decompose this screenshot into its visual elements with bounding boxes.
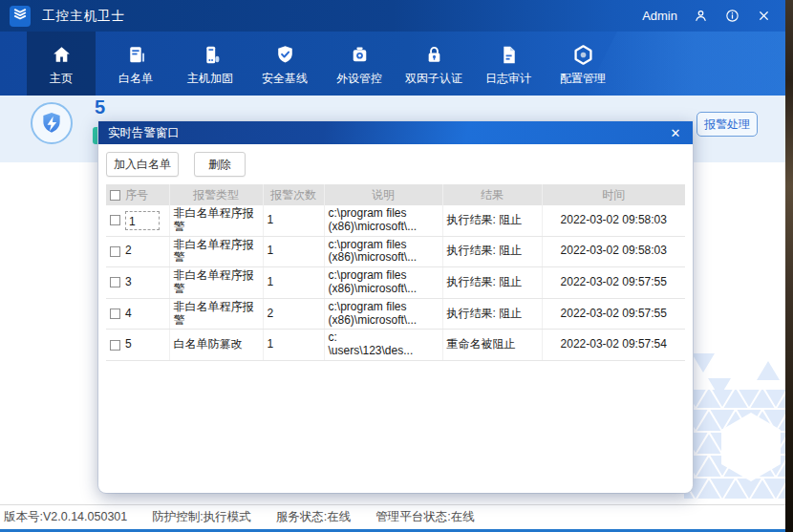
modal-title: 实时告警窗口 xyxy=(108,125,668,141)
count-cell: 1 xyxy=(263,236,324,267)
service-status-label: 服务状态:在线 xyxy=(276,509,351,525)
log-audit-icon xyxy=(497,40,521,67)
type-cell: 非白名单程序报警 xyxy=(169,236,263,267)
row-checkbox[interactable] xyxy=(110,340,120,351)
nav-item-config-management[interactable]: 配置管理 xyxy=(548,32,617,96)
seq-cell: 4 xyxy=(125,307,132,320)
nav-bar: 主页 白名单 xyxy=(0,32,785,96)
version-label: 版本号:V2.0.14.050301 xyxy=(4,509,127,525)
col-header-desc: 说明 xyxy=(324,184,442,205)
select-all-checkbox[interactable] xyxy=(110,190,120,201)
table-row[interactable]: 3 非白名单程序报警 1 c:\program files (x86)\micr… xyxy=(106,267,685,299)
nav-item-security-baseline[interactable]: 安全基线 xyxy=(250,32,319,96)
app-title: 工控主机卫士 xyxy=(42,8,125,25)
app-logo xyxy=(10,6,31,27)
nav-item-label: 日志审计 xyxy=(485,71,531,87)
col-header-count: 报警次数 xyxy=(263,184,324,205)
alert-table-header-row: 序号 报警类型 报警次数 说明 结果 时间 xyxy=(106,184,685,205)
time-cell: 2022-03-02 09:57:55 xyxy=(542,298,685,330)
alert-count: 5 xyxy=(95,96,105,118)
titlebar: 工控主机卫士 Admin xyxy=(0,0,785,32)
count-cell: 1 xyxy=(263,205,324,236)
type-cell: 非白名单程序报警 xyxy=(169,205,263,236)
row-checkbox[interactable] xyxy=(110,215,120,225)
col-header-result: 结果 xyxy=(442,184,542,205)
type-cell: 非白名单程序报警 xyxy=(169,298,263,330)
nav-item-label: 双因子认证 xyxy=(405,71,462,87)
table-row[interactable]: 2 非白名单程序报警 1 c:\program files (x86)\micr… xyxy=(106,236,685,267)
table-row[interactable]: 1 非白名单程序报警 1 c:\program files (x86)\micr… xyxy=(106,205,685,236)
seq-cell: 5 xyxy=(125,337,132,351)
alert-table: 序号 报警类型 报警次数 说明 结果 时间 1 非白名单程序报警 1 c:\pr… xyxy=(106,184,685,361)
type-cell: 白名单防篡改 xyxy=(169,330,263,361)
info-icon[interactable] xyxy=(723,8,740,25)
nav-item-label: 主页 xyxy=(50,71,73,87)
row-checkbox[interactable] xyxy=(110,309,120,319)
desc-cell: c:\program files (x86)\microsoft\... xyxy=(324,298,442,330)
host-hardening-icon xyxy=(199,40,223,67)
nav-item-whitelist[interactable]: 白名单 xyxy=(101,32,170,96)
result-cell: 执行结果: 阻止 xyxy=(442,267,542,299)
col-header-seq: 序号 xyxy=(125,188,148,202)
realtime-alert-modal: 实时告警窗口 ✕ 加入白名单 删除 序号 报警类型 报警次数 说明 结果 时间 xyxy=(98,121,693,493)
peripheral-control-icon xyxy=(348,40,372,67)
nav-item-log-audit[interactable]: 日志审计 xyxy=(474,32,543,96)
desc-cell: c:\program files (x86)\microsoft\... xyxy=(324,205,442,236)
nav-item-label: 配置管理 xyxy=(560,71,606,87)
security-baseline-icon xyxy=(273,40,297,67)
nav-item-label: 主机加固 xyxy=(187,71,233,87)
time-cell: 2022-03-02 09:58:03 xyxy=(542,236,685,267)
desc-cell: c: \users\123\des... xyxy=(324,330,442,361)
col-header-type: 报警类型 xyxy=(169,184,263,205)
home-icon xyxy=(50,40,74,67)
whitelist-icon xyxy=(124,40,148,67)
row-checkbox[interactable] xyxy=(110,277,120,287)
user-icon[interactable] xyxy=(692,8,709,25)
count-cell: 2 xyxy=(263,298,324,330)
nav-item-home[interactable]: 主页 xyxy=(27,32,96,96)
seq-cell-focused[interactable]: 1 xyxy=(125,211,160,230)
two-factor-icon xyxy=(422,40,446,67)
nav-item-two-factor[interactable]: 双因子认证 xyxy=(399,32,468,96)
app-window: 工控主机卫士 Admin xyxy=(0,0,785,532)
nav-item-label: 安全基线 xyxy=(262,71,308,87)
result-cell: 重命名被阻止 xyxy=(442,330,542,361)
protection-mode-label: 防护控制:执行模式 xyxy=(152,509,250,525)
modal-titlebar: 实时告警窗口 ✕ xyxy=(98,121,693,144)
time-cell: 2022-03-02 09:57:55 xyxy=(542,267,685,299)
table-row[interactable]: 4 非白名单程序报警 2 c:\program files (x86)\micr… xyxy=(106,298,685,330)
config-management-icon xyxy=(571,40,595,67)
nav-item-host-hardening[interactable]: 主机加固 xyxy=(176,32,245,96)
nav-item-label: 白名单 xyxy=(118,71,153,87)
time-cell: 2022-03-02 09:57:54 xyxy=(542,330,685,361)
delete-button[interactable]: 删除 xyxy=(194,152,246,177)
seq-cell: 3 xyxy=(125,275,132,288)
modal-close-icon[interactable]: ✕ xyxy=(668,125,683,140)
col-header-time: 时间 xyxy=(542,184,685,205)
platform-status-label: 管理平台状态:在线 xyxy=(375,509,474,525)
add-to-whitelist-button[interactable]: 加入白名单 xyxy=(106,152,179,177)
alert-process-button[interactable]: 报警处理 xyxy=(697,112,758,137)
table-row[interactable]: 5 白名单防篡改 1 c: \users\123\des... 重命名被阻止 2… xyxy=(106,330,685,361)
shield-lightning-icon xyxy=(31,102,73,144)
layers-logo-icon xyxy=(11,6,29,27)
result-cell: 执行结果: 阻止 xyxy=(442,298,542,330)
row-checkbox[interactable] xyxy=(110,246,120,257)
current-user-label: Admin xyxy=(642,9,677,23)
desc-cell: c:\program files (x86)\microsoft\... xyxy=(324,267,442,299)
seq-cell: 2 xyxy=(125,244,132,257)
desktop-edge-strip xyxy=(785,0,793,532)
close-icon[interactable] xyxy=(755,8,772,25)
type-cell: 非白名单程序报警 xyxy=(169,267,263,299)
count-cell: 1 xyxy=(263,330,324,361)
nav-item-peripheral-control[interactable]: 外设管控 xyxy=(325,32,394,96)
time-cell: 2022-03-02 09:58:03 xyxy=(542,205,685,236)
nav-item-label: 外设管控 xyxy=(336,71,382,87)
count-cell: 1 xyxy=(263,267,324,299)
desc-cell: c:\program files (x86)\microsoft\... xyxy=(324,236,442,267)
result-cell: 执行结果: 阻止 xyxy=(442,205,542,236)
result-cell: 执行结果: 阻止 xyxy=(442,236,542,267)
status-bar: 版本号:V2.0.14.050301 防护控制:执行模式 服务状态:在线 管理平… xyxy=(0,504,785,532)
